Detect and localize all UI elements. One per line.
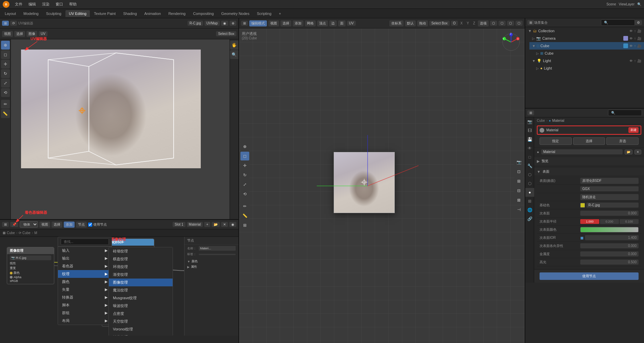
tab-animation[interactable]: Animation (141, 10, 164, 17)
vp-grid[interactable]: ⊟ (514, 186, 523, 195)
viewport-select-box-btn[interactable]: Select Box (429, 21, 450, 26)
uv-toolbar-pin[interactable]: ⟳ (10, 21, 17, 26)
tex-brick[interactable]: 砖墙纹理 (109, 247, 173, 255)
outliner-item-cube-data[interactable]: ▷ ⊞ Cube (533, 50, 644, 57)
vp-render[interactable]: ⊡ (514, 167, 523, 176)
tab-modeling[interactable]: Modeling (20, 10, 42, 17)
tex-checker[interactable]: 棋盘纹理 (109, 255, 173, 263)
tab-rendering[interactable]: Rendering (165, 10, 189, 17)
vp-scale[interactable]: ⤢ (240, 180, 249, 189)
image-texture-node[interactable]: 图像纹理 📷 R-C.jpg 线性 重复 (7, 247, 54, 284)
add-shader[interactable]: 着色器▶ (58, 262, 112, 270)
viewport-proportional[interactable]: O (451, 21, 458, 26)
outliner-search[interactable] (601, 19, 635, 26)
tab-sculpting[interactable]: Sculpting (43, 10, 65, 17)
outliner-item-collection[interactable]: ▼ 🗂 Collection 👁 ↑ 🎥 (525, 27, 644, 35)
subsurface-color-swatch[interactable] (580, 227, 639, 232)
tex-noise[interactable]: 噪波纹理 (109, 302, 173, 310)
add-script[interactable]: 脚本▶ (58, 301, 112, 309)
vp-mirror[interactable]: ⊣ (514, 205, 523, 214)
prop-tab-world[interactable]: 🌐 (525, 206, 534, 214)
prop-tab-object[interactable]: □ (525, 153, 534, 161)
tool-cursor[interactable]: ⊕ (1, 41, 10, 50)
prop-tab-view[interactable]: 👁 (525, 144, 534, 153)
tab-add[interactable]: + (275, 10, 284, 17)
tab-texture-paint[interactable]: Texture Paint (91, 10, 119, 17)
node-canvas[interactable]: 图像纹理 📷 R-C.jpg 线性 重复 (0, 237, 238, 336)
viewport-edit-mode[interactable]: 编辑模式 (249, 20, 267, 26)
prop-tab-particles[interactable]: ⬡ (525, 170, 534, 179)
viewport-edge-btn[interactable]: 边 (329, 20, 337, 26)
preview-toggle[interactable]: ▶ 预览 (534, 157, 644, 165)
vp-snap[interactable]: ⊠ (514, 196, 523, 205)
node-pin[interactable]: 📌 (10, 222, 18, 227)
viewport-face-btn[interactable]: 面 (338, 20, 346, 26)
tool-rotate[interactable]: ↻ (1, 69, 10, 78)
select-btn[interactable]: 选择 (573, 137, 605, 145)
tool-transform[interactable]: ⟲ (1, 88, 10, 97)
tab-scripting[interactable]: Scripting (253, 10, 275, 17)
add-converter[interactable]: 转换器▶ (58, 293, 112, 301)
vp-wireframe[interactable]: ⊞ (514, 177, 523, 186)
menu-edit[interactable]: 编辑 (26, 1, 39, 7)
tab-shading[interactable]: Shading (120, 10, 140, 17)
add-search-input[interactable] (61, 239, 109, 245)
prop-tab-physics[interactable]: ⬡ (525, 179, 534, 188)
add-color[interactable]: 颜色▶ (58, 278, 112, 286)
node-slot-btn[interactable]: Slot 1 (173, 222, 186, 227)
props-mode-btn[interactable]: ⊞ (527, 110, 534, 115)
select-box-btn-uv[interactable]: Select Box (216, 31, 236, 36)
uv-zoom[interactable]: 🔍 (230, 50, 239, 59)
material-slot-row[interactable]: Material 新建 (537, 126, 641, 135)
vp-select[interactable]: ◻ (240, 152, 249, 160)
tex-point[interactable]: 点密度 (109, 310, 173, 318)
tab-compositing[interactable]: Compositing (190, 10, 217, 17)
outliner-filter-btn[interactable]: ⚙ (635, 20, 642, 25)
tool-move[interactable]: ✛ (1, 60, 10, 69)
tex-wave[interactable]: 波浪纹理 (109, 333, 173, 336)
node-new-btn[interactable]: + (204, 222, 210, 227)
vp-rotate[interactable]: ↻ (240, 171, 249, 179)
assign-btn[interactable]: 指定 (540, 137, 572, 145)
blender-logo[interactable]: B (3, 1, 9, 8)
outliner-item-light[interactable]: ▼ 💡 Light 👁 ↑ 🎥 (529, 57, 644, 64)
node-select-btn[interactable]: 选择 (52, 222, 62, 228)
tool-scale[interactable]: ⤢ (1, 79, 10, 88)
vp-add[interactable]: ⊞ (240, 221, 249, 230)
vp-annotate[interactable]: ✏ (240, 202, 249, 211)
node-add-btn[interactable]: 添加 (64, 222, 75, 228)
use-nodes-toggle[interactable]: 使用节点 (88, 222, 107, 227)
props-search[interactable] (608, 110, 642, 116)
viewport-shading-solid[interactable]: ⬡ (499, 21, 506, 26)
prop-tab-output[interactable]: 💾 (525, 135, 534, 144)
material-name-field[interactable]: Material (541, 149, 623, 154)
uv-uv-btn[interactable]: UV (39, 31, 47, 36)
tex-magic[interactable]: 魔法纹理 (109, 286, 173, 294)
prop-tab-data[interactable]: ⊞ (525, 197, 534, 206)
overlay-btn[interactable]: ◉ (221, 21, 228, 26)
add-input[interactable]: 输入▶ (58, 247, 112, 254)
uv-image-btn[interactable]: 图像 (26, 31, 37, 37)
gizmo-btn[interactable]: ⊕ (230, 21, 236, 26)
viewport-select-btn[interactable]: 选择 (280, 20, 291, 26)
outliner-item-light-data[interactable]: ▷ ● Light (533, 64, 644, 72)
mat-delete-btn[interactable]: ✕ (635, 150, 641, 154)
viewport-shading-wire[interactable]: ⬡ (490, 21, 497, 26)
surface-toggle[interactable]: ▼ 表面 (534, 168, 644, 175)
nav-gizmo[interactable]: X Y Z (501, 32, 521, 52)
uv-pan[interactable]: 🖐 (230, 41, 239, 50)
menu-window[interactable]: 窗口 (53, 1, 66, 7)
viewport-uv-btn[interactable]: UV (347, 21, 356, 26)
viewport-coord-btn[interactable]: 坐标系 (389, 20, 404, 26)
add-vector[interactable]: 矢量▶ (58, 286, 112, 293)
viewport-shading-mat[interactable]: ⬡ (507, 21, 514, 26)
vp-move[interactable]: ✛ (240, 161, 249, 170)
viewport-mesh-btn[interactable]: 网格 (305, 20, 316, 26)
menu-render[interactable]: 渲染 (39, 1, 52, 7)
tab-layout[interactable]: Layout (1, 10, 19, 17)
node-browse-btn[interactable]: 📂 (212, 222, 220, 227)
node-overlay-btn[interactable]: ◉ (229, 222, 236, 227)
outliner-item-cube[interactable]: ▼ □ Cube 👁 ↑ 🎥 (529, 42, 644, 50)
node-view-btn[interactable]: 视图 (39, 222, 50, 228)
node-node-btn[interactable]: 节点 (76, 222, 87, 228)
